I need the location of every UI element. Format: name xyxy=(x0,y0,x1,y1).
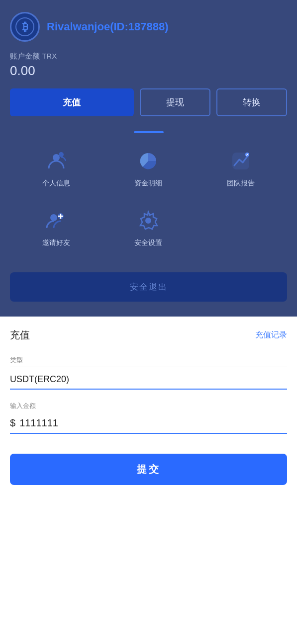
bottom-header: 充值 充值记录 xyxy=(10,328,287,342)
svg-point-8 xyxy=(50,214,57,221)
history-link[interactable]: 充值记录 xyxy=(255,330,287,340)
username: Rivalwanjoe(ID:187888) xyxy=(47,20,169,33)
bottom-section: 充值 充值记录 类型 USDT(ERC20) 输入金额 $ 1111111 提交 xyxy=(0,317,297,500)
account-label: 账户金额 TRX xyxy=(10,52,287,61)
bottom-title: 充值 xyxy=(10,328,30,342)
menu-label-invite: 邀请好友 xyxy=(42,239,70,247)
settings-icon xyxy=(135,208,161,234)
top-section: ₿ Rivalwanjoe(ID:187888) 账户金额 TRX 0.00 充… xyxy=(0,0,297,317)
invite-icon xyxy=(43,208,69,234)
menu-item-team[interactable]: ↗ 团队报告 xyxy=(195,138,287,198)
account-balance: 0.00 xyxy=(10,63,287,79)
svg-point-2 xyxy=(53,154,60,161)
menu-item-funds[interactable]: 资金明细 xyxy=(102,138,195,198)
menu-label-security: 安全设置 xyxy=(134,239,162,247)
trend-icon: ↗ xyxy=(228,148,254,174)
submit-button[interactable]: 提交 xyxy=(10,454,287,485)
amount-label: 输入金额 xyxy=(10,402,287,410)
type-value: USDT(ERC20) xyxy=(10,370,287,390)
amount-input-row: $ 1111111 xyxy=(10,413,287,434)
svg-text:↗: ↗ xyxy=(245,153,248,157)
logout-button[interactable]: 安全退出 xyxy=(10,272,287,302)
type-label: 类型 xyxy=(10,356,287,367)
amount-value[interactable]: 1111111 xyxy=(19,417,287,429)
menu-item-invite[interactable]: 邀请好友 xyxy=(10,198,102,257)
type-field-group: 类型 USDT(ERC20) xyxy=(10,356,287,390)
menu-row-1: 个人信息 资金明细 ↗ xyxy=(10,138,287,198)
person-icon xyxy=(43,148,69,174)
chart-icon xyxy=(135,148,161,174)
bitcoin-icon: ₿ xyxy=(10,12,40,42)
amount-field-group: 输入金额 $ 1111111 xyxy=(10,402,287,434)
svg-point-3 xyxy=(59,152,64,157)
menu-label-team: 团队报告 xyxy=(227,179,255,188)
profile-header: ₿ Rivalwanjoe(ID:187888) xyxy=(10,12,287,42)
svg-point-12 xyxy=(145,218,151,224)
menu-label-funds: 资金明细 xyxy=(134,179,162,188)
menu-label-personal: 个人信息 xyxy=(42,179,70,188)
menu-item-security[interactable]: 安全设置 xyxy=(102,198,195,257)
withdraw-button[interactable]: 提现 xyxy=(140,88,210,116)
convert-button[interactable]: 转换 xyxy=(216,88,287,116)
divider xyxy=(134,131,164,133)
menu-row-2: 邀请好友 安全设置 xyxy=(10,198,287,257)
menu-item-personal[interactable]: 个人信息 xyxy=(10,138,102,198)
recharge-button[interactable]: 充值 xyxy=(10,88,134,116)
svg-text:₿: ₿ xyxy=(22,20,28,33)
currency-symbol: $ xyxy=(10,417,15,429)
action-buttons: 充值 提现 转换 xyxy=(10,88,287,116)
